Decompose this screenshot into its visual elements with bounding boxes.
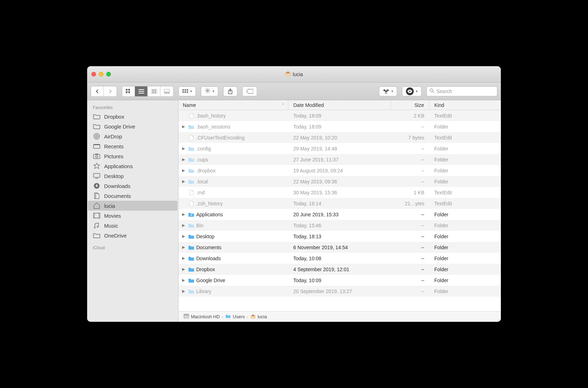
- disclosure-triangle-icon[interactable]: ▶: [181, 179, 186, 184]
- disclosure-triangle-icon[interactable]: ▶: [181, 245, 186, 250]
- file-size: --: [391, 124, 429, 130]
- path-segment[interactable]: lucia: [250, 314, 267, 320]
- file-list-panel: Name ⌃ Date Modified Size Kind .bash_his…: [179, 100, 501, 322]
- sidebar-item-lucia[interactable]: lucia: [88, 201, 177, 211]
- dropbox-toolbar-button[interactable]: ▾: [379, 86, 397, 96]
- disclosure-triangle-icon[interactable]: ▶: [181, 212, 186, 217]
- path-segment[interactable]: Macintosh HD: [183, 314, 220, 320]
- gallery-view-button[interactable]: [160, 86, 173, 96]
- share-button[interactable]: [223, 86, 237, 96]
- chevron-right-icon: ›: [222, 315, 224, 319]
- file-row[interactable]: .zsh_historyToday, 18:1421…ytesTextEdit: [179, 198, 501, 209]
- sidebar-item-downloads[interactable]: Downloads: [88, 181, 177, 191]
- file-row[interactable]: .bash_historyToday, 18:092 KBTextEdit: [179, 110, 501, 121]
- svg-rect-41: [184, 314, 189, 315]
- search-field[interactable]: Search: [426, 86, 497, 96]
- file-row[interactable]: ▶DownloadsToday, 10:08--Folder: [179, 253, 501, 264]
- list-view-button[interactable]: [135, 86, 148, 96]
- file-row[interactable]: ▶.config29 May 2019, 14:48--Folder: [179, 143, 501, 154]
- disclosure-triangle-icon[interactable]: ▶: [181, 289, 186, 293]
- group-by-button[interactable]: ▾: [179, 86, 196, 96]
- file-size: --: [391, 256, 429, 261]
- column-header-name[interactable]: Name ⌃: [179, 100, 288, 110]
- forward-button[interactable]: [104, 86, 117, 96]
- column-header-kind[interactable]: Kind: [429, 100, 501, 110]
- folder-icon: [225, 314, 231, 319]
- icon-view-button[interactable]: [122, 86, 135, 96]
- zoom-button[interactable]: [106, 72, 111, 76]
- folder-icon: [188, 255, 195, 262]
- home-icon: [250, 314, 256, 320]
- column-header-date[interactable]: Date Modified: [288, 100, 391, 110]
- file-row[interactable]: ▶DesktopToday, 18:13--Folder: [179, 231, 501, 242]
- file-name: .local: [196, 179, 208, 184]
- back-button[interactable]: [91, 86, 104, 96]
- disclosure-triangle-icon[interactable]: ▶: [181, 234, 186, 239]
- minimize-button[interactable]: [99, 72, 103, 76]
- file-row[interactable]: ▶.dropbox19 August 2019, 09:24--Folder: [179, 165, 501, 176]
- sidebar-item-onedrive[interactable]: OneDrive: [88, 230, 177, 240]
- sidebar-item-pictures[interactable]: Pictures: [88, 151, 177, 161]
- disclosure-triangle-icon[interactable]: ▶: [181, 124, 186, 129]
- file-row[interactable]: ▶Dropbox4 September 2019, 12:01--Folder: [179, 264, 501, 275]
- file-row[interactable]: ▶.local22 May 2019, 09:36--Folder: [179, 176, 501, 187]
- sidebar-item-documents[interactable]: Documents: [88, 191, 177, 201]
- sidebar-item-google-drive[interactable]: Google Drive: [88, 121, 177, 131]
- file-row[interactable]: ▶Library20 September 2019, 13:27--Folder: [179, 286, 501, 297]
- path-segment-label: Users: [233, 314, 245, 319]
- sidebar-item-music[interactable]: Music: [88, 221, 177, 230]
- file-size: --: [391, 267, 429, 272]
- downloads-icon: [93, 183, 101, 189]
- file-row[interactable]: ▶Google DriveToday, 10:09--Folder: [179, 275, 501, 286]
- sidebar-item-applications[interactable]: Applications: [88, 161, 177, 171]
- file-row[interactable]: .rnd30 May 2019, 15:361 KBTextEdit: [179, 187, 501, 198]
- svg-rect-0: [126, 89, 128, 91]
- path-segment-label: lucia: [258, 314, 267, 319]
- svg-rect-18: [185, 91, 186, 93]
- sidebar-item-desktop[interactable]: Desktop: [88, 171, 177, 181]
- disclosure-triangle-icon[interactable]: ▶: [181, 146, 186, 151]
- sidebar-item-label: Google Drive: [104, 124, 135, 130]
- file-list: .bash_historyToday, 18:092 KBTextEdit▶.b…: [179, 110, 501, 311]
- disclosure-triangle-icon[interactable]: ▶: [181, 278, 186, 283]
- search-placeholder: Search: [436, 89, 452, 94]
- action-menu-button[interactable]: ▾: [201, 86, 218, 96]
- sidebar-section-header: Favourites: [87, 102, 178, 112]
- svg-rect-14: [182, 89, 184, 91]
- visibility-toolbar-button[interactable]: ▾: [402, 86, 422, 96]
- path-segment[interactable]: Users: [225, 314, 245, 319]
- file-row[interactable]: ▶.cups27 June 2019, 11:37--Folder: [179, 154, 501, 165]
- file-name: Documents: [196, 245, 221, 250]
- svg-point-20: [207, 90, 208, 91]
- sidebar-item-label: Desktop: [104, 173, 124, 179]
- file-row[interactable]: ▶.bash_sessionsToday, 18:09--Folder: [179, 121, 501, 132]
- nav-back-forward: [91, 86, 117, 97]
- file-row[interactable]: ▶BinToday, 15:46--Folder: [179, 220, 501, 231]
- sidebar-item-movies[interactable]: Movies: [88, 211, 177, 221]
- column-header-size[interactable]: Size: [391, 100, 429, 110]
- disclosure-triangle-icon[interactable]: ▶: [181, 157, 186, 162]
- window-title: lucia: [87, 71, 501, 77]
- sidebar-item-airdrop[interactable]: AirDrop: [88, 131, 177, 141]
- svg-rect-8: [153, 89, 155, 93]
- disclosure-triangle-icon[interactable]: ▶: [181, 168, 186, 173]
- file-kind: TextEdit: [429, 190, 501, 195]
- disclosure-triangle-icon[interactable]: ▶: [181, 267, 186, 272]
- file-size: --: [391, 157, 429, 162]
- file-row[interactable]: .CFUserTextEncoding22 May 2019, 10:207 b…: [179, 132, 501, 143]
- disclosure-triangle-icon[interactable]: ▶: [181, 256, 186, 261]
- file-row[interactable]: ▶AApplications20 June 2019, 15:33--Folde…: [179, 209, 501, 220]
- sidebar-item-recents[interactable]: Recents: [88, 141, 177, 151]
- sidebar-section-header: iCloud: [87, 242, 178, 252]
- column-view-button[interactable]: [148, 86, 160, 96]
- tags-button[interactable]: [242, 86, 257, 96]
- file-row[interactable]: ▶Documents6 November 2019, 14:54--Folder: [179, 242, 501, 253]
- close-button[interactable]: [91, 72, 96, 76]
- column-headers: Name ⌃ Date Modified Size Kind: [179, 100, 501, 110]
- sidebar-item-dropbox[interactable]: Dropbox: [88, 112, 177, 121]
- disclosure-triangle-icon[interactable]: ▶: [181, 223, 186, 228]
- file-kind: Folder: [429, 212, 501, 217]
- file-date: Today, 18:13: [288, 234, 391, 239]
- file-name: .CFUserTextEncoding: [196, 135, 244, 141]
- folder-icon: A: [188, 211, 195, 218]
